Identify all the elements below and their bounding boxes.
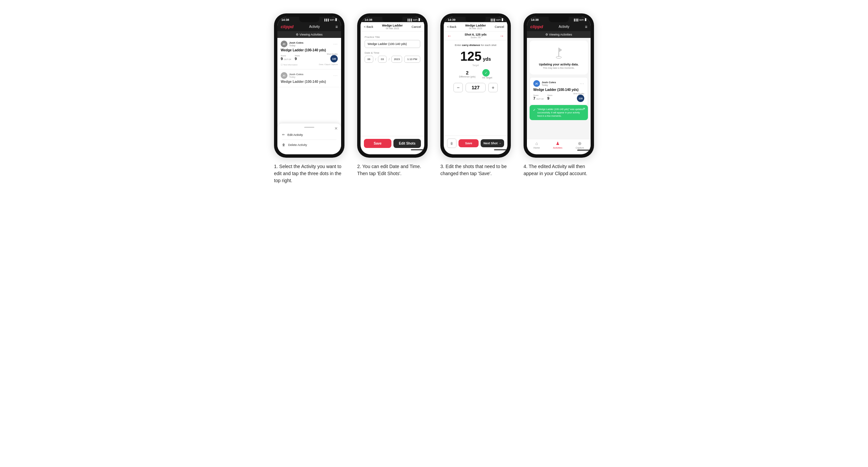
yds-unit: yds (483, 56, 491, 62)
hit-target-metric: ✓ Hit Target (482, 69, 492, 79)
practice-title-label: Practice Title (365, 36, 420, 39)
practice-title-input[interactable] (365, 40, 420, 48)
caption-4: 4. The edited Activity will then appear … (524, 163, 594, 177)
battery-icon: ▊ (335, 19, 337, 21)
bottom-sheet-1: ✕ ✏ Edit Activity 🗑 Delete Activity (277, 123, 341, 154)
pencil-icon: ✏ (282, 133, 285, 136)
check-icon: ✓ (533, 108, 536, 113)
edit-activity-label: Edit Activity (287, 133, 303, 136)
notch-4 (549, 17, 569, 22)
tab-home-label: Home (534, 147, 540, 149)
back-button-2[interactable]: < Back (364, 25, 373, 29)
shot-header-bar: ← Shot 6, 125 yds Score 7/9 → (444, 32, 507, 40)
viewing-bar-1: ⚙ Viewing Activities (277, 31, 341, 38)
user-text-2: Josh Coles Today (289, 73, 304, 78)
edit-activity-item[interactable]: ✏ Edit Activity (282, 130, 336, 139)
updating-title: Updating your activity data. (533, 63, 585, 66)
score-group-4: Score 7 OUT OF (533, 94, 544, 100)
nav-bar-1: clippd Activity ≡ (277, 22, 341, 31)
delete-shot-button[interactable]: 🗑 (447, 138, 457, 148)
decrement-button[interactable]: − (454, 83, 463, 92)
tab-home[interactable]: ⌂ Home (534, 141, 540, 149)
back-nav-2: < Back Wedge Ladder 06 Mar 2023 Cancel (361, 22, 424, 32)
status-icons-2: ▐▐▐ WiFi ▊ (407, 19, 420, 21)
activity-card-1: JC Josh Coles Today ··· Wedge Ladder (10… (277, 38, 341, 69)
date-month-input[interactable]: 03 (378, 56, 387, 63)
phone-3-container: 14:39 ▐▐▐ WiFi ▊ < Back Wedge Ladder 06 … (439, 13, 513, 177)
phone-4-screen: 14:38 ▐▐▐ WiFi ▊ clippd Activity ≡ ⚙ Vie… (527, 17, 591, 154)
sq-group-4: Shot Quality 118 (573, 93, 584, 102)
phone4-body: Updating your activity data. This may ta… (527, 38, 591, 139)
shot-distance-input[interactable] (466, 83, 486, 92)
target-label: Target (472, 64, 478, 66)
signal-icon-2: ▐▐▐ (407, 19, 412, 21)
wifi-icon-3: WiFi (496, 19, 501, 21)
shot-bottom-3: 🗑 Save Next Shot → (444, 135, 507, 151)
card-title-1: Wedge Ladder (100-140 yds) (281, 48, 338, 52)
phone-3-frame: 14:39 ▐▐▐ WiFi ▊ < Back Wedge Ladder 06 … (440, 13, 511, 158)
hamburger-icon-1[interactable]: ≡ (335, 25, 338, 29)
toast-close-button[interactable]: ✕ (583, 107, 586, 111)
three-dots-4[interactable]: ··· (580, 81, 584, 86)
tab-capture[interactable]: ⊕ Capture (576, 141, 584, 149)
logo-1: clippd (281, 24, 293, 29)
notch-2 (382, 17, 402, 22)
difference-metric: 2 Difference (yds) (459, 70, 475, 78)
activities-icon: ♟ (556, 141, 560, 146)
cancel-button-3[interactable]: Cancel (495, 25, 504, 29)
phone-2-container: 14:38 ▐▐▐ WiFi ▊ < Back Wedge Ladder 06 … (355, 13, 429, 177)
close-icon-sheet[interactable]: ✕ (334, 126, 338, 131)
hamburger-icon-4[interactable]: ≡ (585, 25, 587, 29)
edit-shots-button[interactable]: Edit Shots (394, 139, 421, 148)
hit-target-check: ✓ (482, 69, 490, 76)
save-button-2[interactable]: Save (364, 139, 392, 148)
card-header-2: JC Josh Coles Today ··· (281, 72, 338, 79)
tab-capture-label: Capture (576, 147, 584, 149)
viewing-bar-4: ⚙ Viewing Activities (527, 31, 591, 38)
cancel-button-2[interactable]: Cancel (411, 25, 421, 29)
date-day-input[interactable]: 06 (365, 56, 373, 63)
toast-text: "Wedge Ladder (100-140 yds)" was updated… (537, 108, 585, 117)
score-group-1: Score 9 OUT OF (281, 55, 291, 61)
battery-icon-4: ▊ (585, 19, 587, 21)
three-dots-2[interactable]: ··· (333, 73, 338, 78)
prev-shot-arrow[interactable]: ← (447, 33, 452, 39)
success-toast: ✓ "Wedge Ladder (100-140 yds)" was updat… (530, 105, 588, 120)
next-shot-arrow[interactable]: → (499, 33, 504, 39)
wifi-icon: WiFi (330, 19, 334, 21)
back-button-3[interactable]: < Back (447, 25, 457, 29)
phone-1-container: 14:38 ▐▐▐ WiFi ▊ clippd Activity ≡ ⚙ Vie… (272, 13, 346, 184)
form-bottom-2: Save Edit Shots (361, 136, 424, 151)
time-1: 14:38 (281, 18, 289, 22)
footer-left-1: ⓘ Test Information (281, 63, 298, 66)
shots-val-4: 9 (547, 96, 552, 100)
phone-4-container: 14:38 ▐▐▐ WiFi ▊ clippd Activity ≡ ⚙ Vie… (522, 13, 596, 177)
golf-icon (552, 46, 565, 59)
save-shot-button[interactable]: Save (459, 139, 478, 147)
wifi-icon-4: WiFi (579, 19, 584, 21)
svg-marker-1 (559, 48, 562, 52)
outof-4: OUT OF (536, 98, 544, 100)
shot-score: Score 7/9 (465, 36, 487, 39)
shot-body-3: Enter carry distance for each shot 125 y… (444, 40, 507, 135)
shots-group-4: Shots 9 (547, 94, 552, 100)
date-year-input[interactable]: 2023 (392, 56, 402, 63)
scroll-indicator-3 (494, 149, 507, 150)
updating-box: Updating your activity data. This may ta… (530, 40, 588, 74)
user-name-2: Josh Coles (289, 73, 304, 76)
battery-icon-2: ▊ (418, 19, 420, 21)
score-val-4: 7 (533, 96, 535, 100)
increment-button[interactable]: + (488, 83, 498, 92)
delete-activity-item[interactable]: 🗑 Delete Activity (282, 141, 336, 149)
tab-activities[interactable]: ♟ Activities (553, 141, 562, 149)
time-input[interactable]: 1:13 PM (404, 56, 420, 63)
outof-1: OUT OF (284, 58, 291, 60)
notch-1 (299, 17, 319, 22)
user-date-1: Today (289, 44, 304, 46)
shots-val-1: 9 (295, 57, 300, 61)
phones-row: 14:38 ▐▐▐ WiFi ▊ clippd Activity ≡ ⚙ Vie… (272, 13, 596, 184)
next-shot-button[interactable]: Next Shot → (480, 139, 504, 147)
footer-right-1: Data: Clippd Capture (319, 63, 338, 66)
three-dots-1[interactable]: ··· (333, 41, 338, 46)
sq-badge-1: 130 (330, 55, 338, 62)
